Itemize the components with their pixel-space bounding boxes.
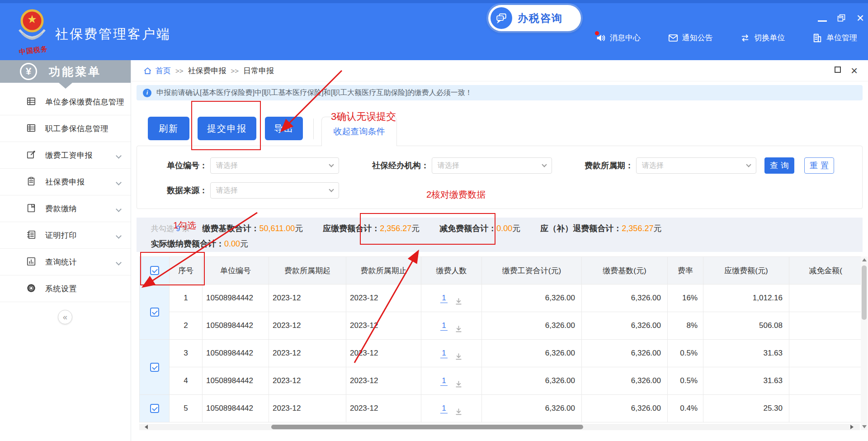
- breadcrumb-home[interactable]: 首页: [156, 66, 171, 76]
- row-checkbox[interactable]: [150, 404, 159, 413]
- reduction-cell: [789, 285, 862, 312]
- download-icon[interactable]: [455, 298, 462, 305]
- tax-consult-button[interactable]: 办税咨询: [488, 5, 581, 31]
- download-icon[interactable]: [455, 408, 462, 416]
- reset-button[interactable]: 重置: [804, 157, 834, 174]
- sidebar-item[interactable]: 社保费申报: [0, 169, 131, 195]
- fee-period-select[interactable]: 请选择: [636, 157, 756, 174]
- submit-declaration-button[interactable]: 提交申报: [198, 117, 256, 140]
- window-controls: ×: [816, 11, 866, 25]
- sidebar: ¥ 功能菜单 单位参保缴费信息管理职工参保信息管理缴费工资申报社保费申报费款缴纳…: [0, 60, 131, 441]
- sidebar-collapse-button[interactable]: «: [58, 310, 72, 324]
- period-start-cell: 2023-12: [269, 285, 346, 312]
- restore-button[interactable]: [835, 12, 847, 24]
- base-cell: 6,326.00: [582, 340, 668, 367]
- column-header: 缴费基数(元): [582, 257, 668, 285]
- payable-cell: 25.30: [703, 395, 789, 422]
- column-header: 单位编号: [203, 257, 269, 285]
- sidebar-item[interactable]: 查询统计: [0, 249, 131, 275]
- yuan-circle-icon: ¥: [20, 63, 37, 80]
- minimize-button[interactable]: [816, 12, 828, 24]
- period-end-cell: 2023-12: [346, 312, 421, 340]
- summary-total: 应缴费额合计：2,356.27元: [323, 223, 420, 234]
- payer-count-link[interactable]: 1: [440, 321, 447, 331]
- switch-icon: [740, 33, 750, 43]
- payer-count-link[interactable]: 1: [440, 294, 447, 303]
- salary-total-cell: 6,326.00: [482, 340, 582, 367]
- payer-count-link[interactable]: 1: [440, 349, 447, 358]
- horizontal-scroll-thumb[interactable]: [271, 425, 583, 429]
- top-nav-item[interactable]: 单位管理: [812, 33, 857, 43]
- payers-cell: 1: [421, 367, 482, 395]
- horizontal-scrollbar[interactable]: [139, 424, 860, 430]
- building-icon: [812, 33, 822, 43]
- export-button[interactable]: 导出: [265, 117, 303, 140]
- payer-count-link[interactable]: 1: [440, 376, 447, 386]
- download-icon[interactable]: [455, 380, 462, 388]
- select-all-checkbox[interactable]: [150, 266, 159, 275]
- sidebar-item[interactable]: 单位参保缴费信息管理: [0, 89, 131, 115]
- reduction-cell: [789, 395, 862, 422]
- agency-field: 社保经办机构：请选择: [349, 157, 552, 174]
- payer-count-link[interactable]: 1: [440, 404, 447, 413]
- unit-no-select[interactable]: 请选择: [210, 157, 339, 174]
- reduction-cell: [789, 340, 862, 367]
- agency-select[interactable]: 请选择: [432, 157, 552, 174]
- top-nav-item[interactable]: 切换单位: [740, 33, 785, 43]
- close-button[interactable]: ×: [854, 12, 866, 24]
- vertical-scrollbar[interactable]: [861, 256, 868, 430]
- unit-no-cell: 10508984442: [203, 312, 269, 340]
- sidebar-item-label: 单位参保缴费信息管理: [45, 97, 124, 107]
- top-nav-item[interactable]: 通知公告: [668, 33, 713, 43]
- salary-total-cell: 6,326.00: [482, 367, 582, 395]
- row-checkbox[interactable]: [150, 363, 159, 372]
- search-button[interactable]: 查询: [764, 157, 794, 174]
- sidebar-item-label: 社保费申报: [45, 177, 85, 187]
- annotation-step3-text: 3确认无误提交: [331, 110, 396, 123]
- sidebar-header-label: 功能菜单: [49, 64, 101, 79]
- period-end-cell: 2023-12: [346, 367, 421, 395]
- scroll-left-arrow[interactable]: [145, 425, 148, 429]
- pane-close-icon[interactable]: ×: [851, 66, 858, 75]
- scroll-up-arrow[interactable]: [862, 258, 867, 261]
- sidebar-item[interactable]: 费款缴纳: [0, 195, 131, 222]
- annotation-step1-text: 1勾选: [173, 219, 196, 232]
- chevron-down-icon: [116, 153, 122, 159]
- data-source-select[interactable]: 请选择: [210, 182, 339, 199]
- main-content: 首页 >> 社保费申报 >> 日常申报 × i 申报前请确认[基本医疗保险费]中…: [131, 60, 868, 441]
- unit-no-cell: 10508984442: [203, 367, 269, 395]
- tax-consult-label: 办税咨询: [518, 11, 563, 25]
- grid-icon: [26, 123, 37, 134]
- unit-no-cell: 10508984442: [203, 395, 269, 422]
- scroll-down-arrow[interactable]: [862, 425, 867, 428]
- summary-total: 实际缴纳费额合计：0.00元: [151, 238, 248, 249]
- breadcrumb-separator: >>: [175, 67, 184, 75]
- scroll-right-arrow[interactable]: [850, 425, 854, 429]
- fee-period-label: 费款所属期：: [566, 160, 633, 171]
- sidebar-item[interactable]: 缴费工资申报: [0, 142, 131, 169]
- base-cell: 6,326.00: [582, 395, 668, 422]
- download-icon[interactable]: [455, 325, 462, 333]
- chevron-down-icon: [116, 206, 122, 212]
- sidebar-item[interactable]: 职工参保信息管理: [0, 115, 131, 142]
- column-header: 应缴费额(元): [703, 257, 789, 285]
- rate-cell: 0.5%: [668, 340, 703, 367]
- pane-maximize-icon[interactable]: [835, 66, 841, 73]
- refresh-button[interactable]: 刷新: [148, 117, 189, 140]
- agency-label: 社保经办机构：: [349, 160, 429, 171]
- query-panel: 单位编号：请选择社保经办机构：请选择费款所属期：请选择数据来源：请选择 查询 重…: [137, 146, 863, 209]
- menu-notch: [59, 83, 72, 89]
- seq-cell: 5: [170, 395, 203, 422]
- seq-cell: 4: [170, 367, 203, 395]
- payers-cell: 1: [421, 395, 482, 422]
- sidebar-item[interactable]: 系统设置: [0, 275, 131, 302]
- data-source-label: 数据来源：: [141, 185, 208, 196]
- row-checkbox[interactable]: [150, 308, 159, 317]
- sidebar-item[interactable]: 证明打印: [0, 222, 131, 249]
- period-start-cell: 2023-12: [269, 367, 346, 395]
- download-icon[interactable]: [455, 353, 462, 360]
- salary-total-cell: 6,326.00: [482, 395, 582, 422]
- top-nav-item[interactable]: 消息中心: [596, 33, 641, 43]
- vertical-scroll-thumb[interactable]: [862, 266, 867, 320]
- period-start-cell: 2023-12: [269, 312, 346, 340]
